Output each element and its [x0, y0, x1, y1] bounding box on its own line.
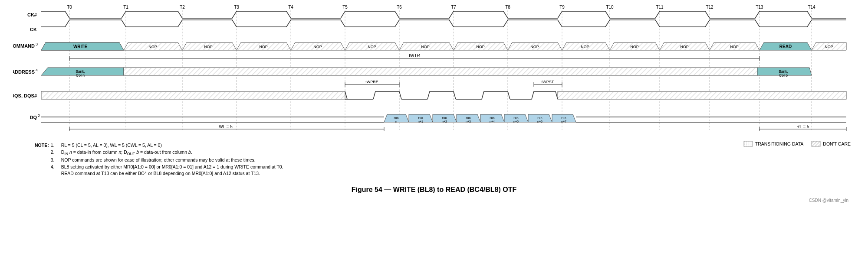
note-2: 2. DIN n = data-in from column n; DOUT b… — [51, 149, 283, 157]
svg-text:n+1: n+1 — [418, 120, 423, 123]
svg-text:NOP: NOP — [476, 45, 485, 49]
dq-din-n7: Din n+7 — [552, 114, 576, 123]
dq-din-n1: Din n+1 — [409, 114, 433, 123]
svg-text:Col b: Col b — [779, 73, 788, 78]
svg-text:T8: T8 — [505, 5, 510, 10]
command-sup: 3 — [36, 42, 38, 46]
watermark: CSDN @vitamin_yin — [13, 198, 855, 203]
command-nop-t9: NOP — [562, 42, 610, 50]
ck-hash-label: CK# — [27, 12, 37, 17]
note-3-num: 3. — [51, 157, 58, 164]
svg-text:Col n: Col n — [76, 73, 85, 78]
legend-dont-care: DON'T CARE — [811, 141, 851, 147]
svg-text:Din: Din — [418, 116, 423, 120]
svg-text:T3: T3 — [234, 5, 239, 10]
svg-rect-107 — [558, 91, 846, 99]
note-1: 1. RL = 5 (CL = 5, AL = 0), WL = 5 (CWL … — [51, 142, 283, 149]
notes-title: NOTE: — [35, 142, 49, 177]
svg-text:NOP: NOP — [825, 45, 833, 49]
svg-text:T13: T13 — [756, 5, 763, 10]
svg-text:NOP: NOP — [730, 45, 739, 49]
svg-text:n+4: n+4 — [490, 120, 495, 123]
svg-text:RL = 5: RL = 5 — [796, 124, 809, 129]
svg-text:Din: Din — [537, 116, 542, 120]
command-nop-t1: NOP — [124, 42, 182, 50]
legend-transitioning: TRANSITIONING DATA — [743, 141, 804, 147]
note-2-num: 2. — [51, 149, 58, 157]
command-nop-t8: NOP — [508, 42, 562, 50]
svg-text:T14: T14 — [808, 5, 815, 10]
svg-text:NOP: NOP — [680, 45, 689, 49]
notes-section: NOTE: 1. RL = 5 (CL = 5, AL = 0), WL = 5… — [13, 142, 855, 177]
svg-text:T4: T4 — [288, 5, 293, 10]
note-1-num: 1. — [51, 142, 58, 149]
svg-text:NOP: NOP — [530, 45, 539, 49]
address-hatch-middle — [124, 68, 757, 75]
svg-text:tWPST: tWPST — [542, 80, 554, 84]
command-nop-t2: NOP — [182, 42, 237, 50]
svg-text:T9: T9 — [559, 5, 565, 10]
dq-label: DQ — [30, 115, 37, 120]
svg-text:tWPRE: tWPRE — [365, 80, 378, 84]
dq-din-n3: Din n+3 — [457, 114, 480, 123]
svg-text:NOP: NOP — [204, 45, 213, 49]
command-nop-t12: NOP — [710, 42, 760, 50]
svg-text:Din: Din — [561, 116, 566, 120]
command-nop-t6: NOP — [399, 42, 454, 50]
timing-diagram: CK# CK COMMAND 3 ADDRESS 4 DQS, DQS# DQ … — [13, 4, 855, 139]
svg-text:T6: T6 — [397, 5, 402, 10]
svg-text:tWTR: tWTR — [409, 53, 420, 58]
svg-text:NOP: NOP — [630, 45, 639, 49]
legend-dont-care-label: DON'T CARE — [823, 141, 851, 146]
dqs-label: DQS, DQS# — [13, 93, 37, 98]
svg-rect-157 — [812, 141, 820, 146]
svg-text:Din: Din — [466, 116, 470, 120]
svg-text:Din: Din — [394, 116, 398, 120]
dqs-hatch-left — [41, 91, 345, 99]
legend-transitioning-label: TRANSITIONING DATA — [755, 141, 804, 146]
svg-text:Din: Din — [490, 116, 494, 120]
svg-text:n+3: n+3 — [466, 120, 471, 123]
svg-text:NOP: NOP — [421, 45, 430, 49]
svg-text:n+7: n+7 — [561, 120, 566, 123]
dq-din-n2: Din n+2 — [433, 114, 457, 123]
svg-text:T10: T10 — [606, 5, 614, 10]
figure-caption: Figure 54 — WRITE (BL8) to READ (BC4/BL8… — [13, 186, 855, 194]
svg-text:NOP: NOP — [259, 45, 268, 49]
svg-text:Din: Din — [513, 116, 518, 120]
svg-text:T7: T7 — [451, 5, 456, 10]
svg-text:READ: READ — [779, 44, 792, 49]
note-4-text: BL8 setting activated by either MR0[A1:0… — [61, 164, 283, 178]
command-nop-t11: NOP — [660, 42, 710, 50]
command-nop-t3: NOP — [237, 42, 291, 50]
svg-text:n+5: n+5 — [513, 120, 519, 123]
svg-text:T12: T12 — [706, 5, 713, 10]
note-3: 3. NOP commands are shown for ease of il… — [51, 157, 283, 164]
svg-text:NOP: NOP — [313, 45, 322, 49]
command-write: WRITE — [41, 42, 124, 50]
dq-din-n5: Din n+5 — [504, 114, 528, 123]
svg-text:WL = 5: WL = 5 — [219, 124, 233, 129]
ck-label: CK — [30, 27, 37, 32]
svg-rect-89 — [41, 91, 345, 99]
command-nop-t7: NOP — [454, 42, 508, 50]
svg-text:n+2: n+2 — [442, 120, 447, 123]
command-nop-t5: NOP — [345, 42, 399, 50]
svg-text:WRITE: WRITE — [73, 44, 88, 49]
note-2-text: DIN n = data-in from column n; DOUT b = … — [61, 149, 192, 157]
address-label: ADDRESS — [13, 69, 35, 75]
svg-rect-155 — [744, 141, 753, 146]
svg-text:NOP: NOP — [148, 45, 157, 49]
svg-text:n+6: n+6 — [537, 120, 542, 123]
svg-text:T2: T2 — [180, 5, 185, 10]
svg-text:n: n — [395, 120, 397, 123]
dqs-hatch-right — [558, 91, 846, 99]
dq-din-n: Din n — [384, 114, 409, 123]
command-nop-t14: NOP — [812, 42, 846, 50]
command-read: READ — [760, 42, 812, 50]
address-sup: 4 — [36, 68, 38, 72]
command-nop-t10: NOP — [610, 42, 660, 50]
note-4-num: 4. — [51, 164, 58, 178]
command-label: COMMAND — [13, 43, 35, 49]
svg-rect-80 — [124, 68, 757, 75]
